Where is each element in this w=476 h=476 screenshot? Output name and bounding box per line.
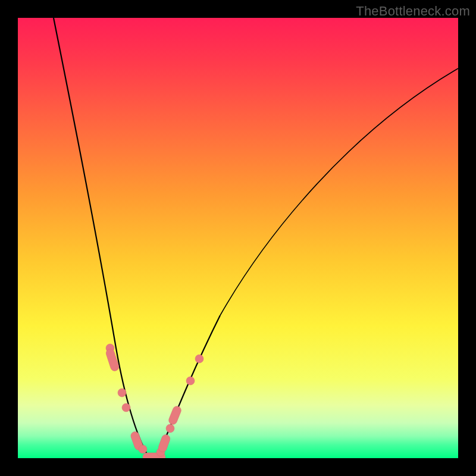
- watermark-text: TheBottleneck.com: [356, 4, 470, 19]
- marker-pill: [157, 434, 171, 453]
- plot-area: [18, 18, 458, 458]
- marker-dot: [118, 389, 126, 397]
- chart-frame: TheBottleneck.com: [0, 0, 476, 476]
- curve-layer: [18, 18, 458, 458]
- marker-dot: [195, 355, 203, 363]
- marker-dot: [166, 424, 174, 433]
- right-branch-curve-upper: [220, 68, 458, 315]
- marker-dot: [122, 403, 130, 412]
- marker-dot: [139, 445, 147, 453]
- marker-pill: [168, 405, 183, 426]
- marker-dot: [186, 377, 195, 385]
- left-branch-curve: [54, 18, 149, 457]
